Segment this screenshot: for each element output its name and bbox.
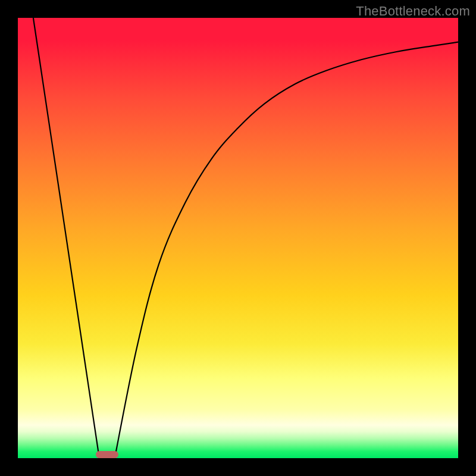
curve-right xyxy=(115,42,458,458)
curve-layer xyxy=(18,18,458,458)
watermark-text: TheBottleneck.com xyxy=(356,4,470,19)
plot-area xyxy=(18,18,458,458)
curve-left xyxy=(33,18,99,458)
balance-marker xyxy=(96,451,118,458)
chart-frame: TheBottleneck.com xyxy=(0,0,476,476)
